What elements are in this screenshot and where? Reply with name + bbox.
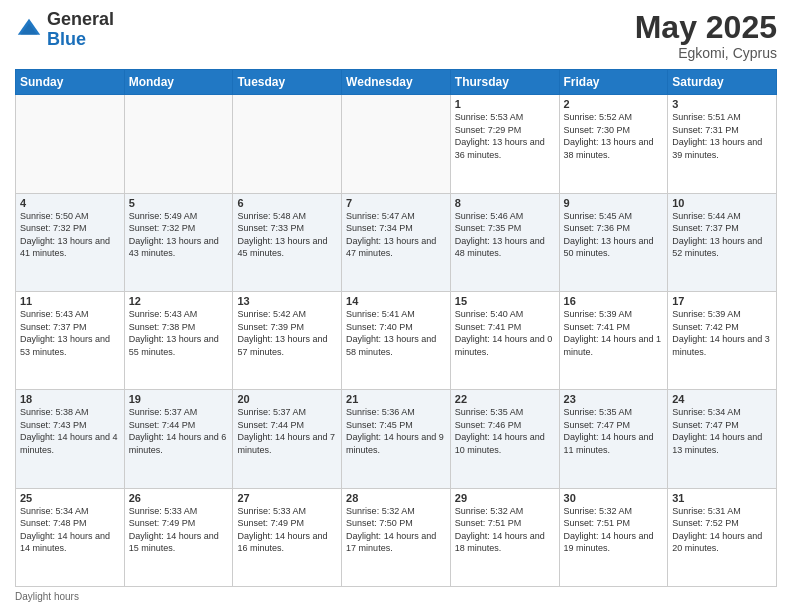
- calendar-day: 29Sunrise: 5:32 AMSunset: 7:51 PMDayligh…: [450, 488, 559, 586]
- calendar-day: 12Sunrise: 5:43 AMSunset: 7:38 PMDayligh…: [124, 291, 233, 389]
- day-number: 7: [346, 197, 446, 209]
- day-info: Sunrise: 5:31 AMSunset: 7:52 PMDaylight:…: [672, 505, 772, 555]
- header: General Blue May 2025 Egkomi, Cyprus: [15, 10, 777, 61]
- logo-icon: [15, 16, 43, 44]
- location: Egkomi, Cyprus: [635, 45, 777, 61]
- day-number: 19: [129, 393, 229, 405]
- day-info: Sunrise: 5:43 AMSunset: 7:38 PMDaylight:…: [129, 308, 229, 358]
- calendar-day: 14Sunrise: 5:41 AMSunset: 7:40 PMDayligh…: [342, 291, 451, 389]
- daylight-label: Daylight hours: [15, 591, 79, 602]
- day-info: Sunrise: 5:46 AMSunset: 7:35 PMDaylight:…: [455, 210, 555, 260]
- calendar-day: 28Sunrise: 5:32 AMSunset: 7:50 PMDayligh…: [342, 488, 451, 586]
- calendar-day: 11Sunrise: 5:43 AMSunset: 7:37 PMDayligh…: [16, 291, 125, 389]
- month-year: May 2025: [635, 10, 777, 45]
- day-number: 21: [346, 393, 446, 405]
- calendar-day: 18Sunrise: 5:38 AMSunset: 7:43 PMDayligh…: [16, 390, 125, 488]
- day-number: 13: [237, 295, 337, 307]
- calendar-day: 7Sunrise: 5:47 AMSunset: 7:34 PMDaylight…: [342, 193, 451, 291]
- day-info: Sunrise: 5:33 AMSunset: 7:49 PMDaylight:…: [129, 505, 229, 555]
- day-info: Sunrise: 5:45 AMSunset: 7:36 PMDaylight:…: [564, 210, 664, 260]
- day-info: Sunrise: 5:49 AMSunset: 7:32 PMDaylight:…: [129, 210, 229, 260]
- page: General Blue May 2025 Egkomi, Cyprus Sun…: [0, 0, 792, 612]
- day-info: Sunrise: 5:44 AMSunset: 7:37 PMDaylight:…: [672, 210, 772, 260]
- calendar-header-tuesday: Tuesday: [233, 70, 342, 95]
- calendar-day: 1Sunrise: 5:53 AMSunset: 7:29 PMDaylight…: [450, 95, 559, 193]
- day-number: 1: [455, 98, 555, 110]
- day-number: 8: [455, 197, 555, 209]
- day-info: Sunrise: 5:34 AMSunset: 7:47 PMDaylight:…: [672, 406, 772, 456]
- calendar-day: 30Sunrise: 5:32 AMSunset: 7:51 PMDayligh…: [559, 488, 668, 586]
- calendar-header-saturday: Saturday: [668, 70, 777, 95]
- day-info: Sunrise: 5:43 AMSunset: 7:37 PMDaylight:…: [20, 308, 120, 358]
- calendar-day: 25Sunrise: 5:34 AMSunset: 7:48 PMDayligh…: [16, 488, 125, 586]
- day-number: 17: [672, 295, 772, 307]
- day-number: 16: [564, 295, 664, 307]
- day-number: 30: [564, 492, 664, 504]
- day-number: 29: [455, 492, 555, 504]
- calendar-day: 2Sunrise: 5:52 AMSunset: 7:30 PMDaylight…: [559, 95, 668, 193]
- calendar-day: 4Sunrise: 5:50 AMSunset: 7:32 PMDaylight…: [16, 193, 125, 291]
- day-info: Sunrise: 5:33 AMSunset: 7:49 PMDaylight:…: [237, 505, 337, 555]
- calendar-day: [16, 95, 125, 193]
- calendar-day: 5Sunrise: 5:49 AMSunset: 7:32 PMDaylight…: [124, 193, 233, 291]
- calendar-day: [342, 95, 451, 193]
- day-number: 26: [129, 492, 229, 504]
- day-info: Sunrise: 5:32 AMSunset: 7:51 PMDaylight:…: [564, 505, 664, 555]
- calendar-day: 9Sunrise: 5:45 AMSunset: 7:36 PMDaylight…: [559, 193, 668, 291]
- title-block: May 2025 Egkomi, Cyprus: [635, 10, 777, 61]
- calendar-day: 17Sunrise: 5:39 AMSunset: 7:42 PMDayligh…: [668, 291, 777, 389]
- day-number: 18: [20, 393, 120, 405]
- day-info: Sunrise: 5:35 AMSunset: 7:46 PMDaylight:…: [455, 406, 555, 456]
- calendar-week-row: 25Sunrise: 5:34 AMSunset: 7:48 PMDayligh…: [16, 488, 777, 586]
- calendar-day: 3Sunrise: 5:51 AMSunset: 7:31 PMDaylight…: [668, 95, 777, 193]
- day-info: Sunrise: 5:37 AMSunset: 7:44 PMDaylight:…: [129, 406, 229, 456]
- day-number: 9: [564, 197, 664, 209]
- day-number: 20: [237, 393, 337, 405]
- day-number: 11: [20, 295, 120, 307]
- day-number: 6: [237, 197, 337, 209]
- day-info: Sunrise: 5:35 AMSunset: 7:47 PMDaylight:…: [564, 406, 664, 456]
- day-info: Sunrise: 5:50 AMSunset: 7:32 PMDaylight:…: [20, 210, 120, 260]
- day-info: Sunrise: 5:36 AMSunset: 7:45 PMDaylight:…: [346, 406, 446, 456]
- day-number: 31: [672, 492, 772, 504]
- calendar-week-row: 1Sunrise: 5:53 AMSunset: 7:29 PMDaylight…: [16, 95, 777, 193]
- day-info: Sunrise: 5:40 AMSunset: 7:41 PMDaylight:…: [455, 308, 555, 358]
- day-info: Sunrise: 5:51 AMSunset: 7:31 PMDaylight:…: [672, 111, 772, 161]
- calendar-day: 31Sunrise: 5:31 AMSunset: 7:52 PMDayligh…: [668, 488, 777, 586]
- day-number: 23: [564, 393, 664, 405]
- logo: General Blue: [15, 10, 114, 50]
- day-info: Sunrise: 5:42 AMSunset: 7:39 PMDaylight:…: [237, 308, 337, 358]
- day-number: 3: [672, 98, 772, 110]
- day-info: Sunrise: 5:48 AMSunset: 7:33 PMDaylight:…: [237, 210, 337, 260]
- day-number: 22: [455, 393, 555, 405]
- day-info: Sunrise: 5:38 AMSunset: 7:43 PMDaylight:…: [20, 406, 120, 456]
- logo-general: General: [47, 9, 114, 29]
- day-info: Sunrise: 5:34 AMSunset: 7:48 PMDaylight:…: [20, 505, 120, 555]
- calendar-header-wednesday: Wednesday: [342, 70, 451, 95]
- day-info: Sunrise: 5:53 AMSunset: 7:29 PMDaylight:…: [455, 111, 555, 161]
- day-info: Sunrise: 5:41 AMSunset: 7:40 PMDaylight:…: [346, 308, 446, 358]
- calendar-day: 21Sunrise: 5:36 AMSunset: 7:45 PMDayligh…: [342, 390, 451, 488]
- logo-text: General Blue: [47, 10, 114, 50]
- calendar-header-monday: Monday: [124, 70, 233, 95]
- day-number: 25: [20, 492, 120, 504]
- calendar-day: 16Sunrise: 5:39 AMSunset: 7:41 PMDayligh…: [559, 291, 668, 389]
- day-info: Sunrise: 5:39 AMSunset: 7:41 PMDaylight:…: [564, 308, 664, 358]
- calendar-day: 13Sunrise: 5:42 AMSunset: 7:39 PMDayligh…: [233, 291, 342, 389]
- day-number: 4: [20, 197, 120, 209]
- footer-note: Daylight hours: [15, 591, 777, 602]
- calendar-day: 26Sunrise: 5:33 AMSunset: 7:49 PMDayligh…: [124, 488, 233, 586]
- day-number: 15: [455, 295, 555, 307]
- calendar-day: [233, 95, 342, 193]
- day-number: 5: [129, 197, 229, 209]
- calendar-header-thursday: Thursday: [450, 70, 559, 95]
- day-info: Sunrise: 5:47 AMSunset: 7:34 PMDaylight:…: [346, 210, 446, 260]
- calendar-day: 23Sunrise: 5:35 AMSunset: 7:47 PMDayligh…: [559, 390, 668, 488]
- calendar-day: 19Sunrise: 5:37 AMSunset: 7:44 PMDayligh…: [124, 390, 233, 488]
- day-info: Sunrise: 5:32 AMSunset: 7:51 PMDaylight:…: [455, 505, 555, 555]
- day-number: 27: [237, 492, 337, 504]
- calendar-day: 15Sunrise: 5:40 AMSunset: 7:41 PMDayligh…: [450, 291, 559, 389]
- calendar-day: 24Sunrise: 5:34 AMSunset: 7:47 PMDayligh…: [668, 390, 777, 488]
- calendar-header-row: SundayMondayTuesdayWednesdayThursdayFrid…: [16, 70, 777, 95]
- calendar-week-row: 4Sunrise: 5:50 AMSunset: 7:32 PMDaylight…: [16, 193, 777, 291]
